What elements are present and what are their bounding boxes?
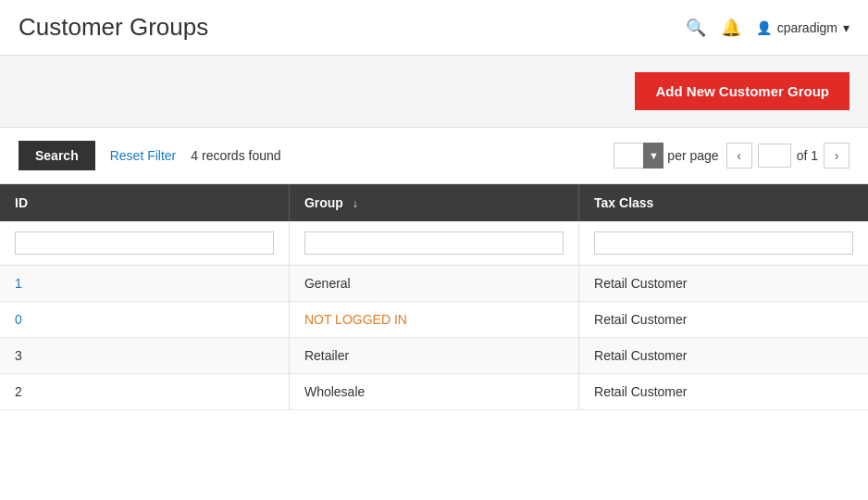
action-bar: Add New Customer Group: [0, 56, 868, 128]
row3-tax: Retail Customer: [579, 338, 868, 374]
filter-id-cell: [0, 221, 289, 266]
records-found: 4 records found: [191, 148, 280, 163]
col-group-header[interactable]: Group ↓: [289, 184, 578, 221]
filter-group-cell: [289, 221, 578, 266]
filter-group-input[interactable]: [304, 231, 564, 255]
row4-group: Wholesale: [289, 374, 578, 410]
reset-filter-link[interactable]: Reset Filter: [110, 148, 177, 163]
page-number-input[interactable]: 1: [758, 144, 791, 168]
toolbar: Search Reset Filter 4 records found 20 ▼…: [0, 128, 868, 184]
user-dropdown-arrow: ▾: [843, 20, 849, 35]
filter-tax-input[interactable]: [594, 231, 853, 255]
per-page-select: 20 ▼ per page: [614, 143, 718, 169]
filter-tax-cell: [579, 221, 868, 266]
row3-group: Retailer: [289, 338, 578, 374]
col-id-header: ID: [0, 184, 289, 221]
prev-page-button[interactable]: ‹: [726, 143, 752, 169]
pagination-nav: ‹ 1 of 1 ›: [726, 143, 849, 169]
row4-id: 2: [0, 374, 289, 410]
not-logged-in-label: NOT LOGGED IN: [304, 312, 407, 327]
filter-id-input[interactable]: [15, 231, 274, 255]
of-label: of 1: [797, 148, 818, 163]
table-row: 1 General Retail Customer: [0, 266, 868, 302]
table-row: 2 Wholesale Retail Customer: [0, 374, 868, 410]
next-page-button[interactable]: ›: [824, 143, 849, 169]
search-icon[interactable]: 🔍: [686, 18, 706, 38]
toolbar-right: 20 ▼ per page ‹ 1 of 1 ›: [614, 143, 849, 169]
row1-group: General: [289, 266, 578, 302]
filter-row: [0, 221, 868, 266]
add-customer-group-button[interactable]: Add New Customer Group: [635, 72, 849, 110]
row1-id: 1: [0, 266, 289, 302]
table-row: 3 Retailer Retail Customer: [0, 338, 868, 374]
user-menu[interactable]: 👤 cparadigm ▾: [756, 20, 849, 35]
table-header-row: ID Group ↓ Tax Class: [0, 184, 868, 221]
customer-groups-table: ID Group ↓ Tax Class: [0, 184, 868, 410]
search-button[interactable]: Search: [19, 141, 95, 170]
group-sort-icon: ↓: [353, 197, 358, 210]
per-page-label: per page: [667, 148, 718, 163]
user-icon: 👤: [756, 20, 772, 35]
row1-tax: Retail Customer: [579, 266, 868, 302]
row2-id-link[interactable]: 0: [15, 312, 22, 327]
col-tax-header: Tax Class: [579, 184, 868, 221]
per-page-wrapper: 20 ▼: [614, 143, 663, 169]
top-header: Customer Groups 🔍 🔔 👤 cparadigm ▾: [0, 0, 868, 56]
per-page-input[interactable]: 20: [614, 143, 663, 169]
table-row: 0 NOT LOGGED IN Retail Customer: [0, 302, 868, 338]
header-icons: 🔍 🔔 👤 cparadigm ▾: [686, 18, 849, 38]
row4-tax: Retail Customer: [579, 374, 868, 410]
bell-icon[interactable]: 🔔: [721, 18, 741, 38]
row2-group: NOT LOGGED IN: [289, 302, 578, 338]
page-title: Customer Groups: [19, 13, 208, 42]
row2-id: 0: [0, 302, 289, 338]
row1-id-link[interactable]: 1: [15, 276, 22, 291]
row2-tax: Retail Customer: [579, 302, 868, 338]
row3-id: 3: [0, 338, 289, 374]
username-label: cparadigm: [777, 20, 837, 35]
